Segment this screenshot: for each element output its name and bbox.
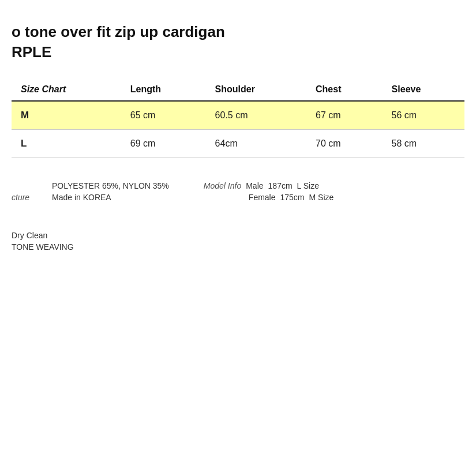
measurement-cell: 56 cm: [383, 101, 464, 130]
product-color: RPLE: [12, 43, 464, 61]
product-title: o tone over fit zip up cardigan: [12, 23, 464, 41]
measurement-cell: 60.5 cm: [206, 101, 306, 130]
size-cell: L: [12, 130, 121, 158]
measurement-cell: 65 cm: [121, 101, 206, 130]
table-row: L69 cm64cm70 cm58 cm: [12, 130, 464, 158]
size-table: Size Chart Length Shoulder Chest Sleeve …: [12, 78, 464, 158]
model-male-height: 187cm: [268, 181, 293, 190]
col-chest: Chest: [306, 78, 383, 101]
model-female-height: 175cm: [280, 193, 305, 202]
manufacture-label: cture: [12, 193, 46, 202]
model-row-male: Model Info Male 187cm L Size: [204, 181, 334, 190]
measurement-cell: 69 cm: [121, 130, 206, 158]
measurement-cell: 67 cm: [306, 101, 383, 130]
page-container: o tone over fit zip up cardigan RPLE Siz…: [0, 0, 476, 476]
model-male-gender: Male: [246, 181, 263, 190]
model-male-size: L Size: [297, 181, 319, 190]
manufacture-value: Made in KOREA: [52, 193, 111, 202]
table-row: M65 cm60.5 cm67 cm56 cm: [12, 101, 464, 130]
material-section: POLYESTER 65%, NYLON 35% cture Made in K…: [12, 181, 169, 202]
material-label: [12, 181, 46, 190]
care-item: TONE WEAVING: [12, 242, 464, 252]
material-value: POLYESTER 65%, NYLON 35%: [52, 181, 169, 190]
col-shoulder: Shoulder: [206, 78, 306, 101]
size-chart-container: Size Chart Length Shoulder Chest Sleeve …: [12, 78, 464, 158]
manufacture-row: cture Made in KOREA: [12, 193, 169, 202]
col-sleeve: Sleeve: [383, 78, 464, 101]
size-cell: M: [12, 101, 121, 130]
model-female-size: M Size: [309, 193, 334, 202]
material-row: POLYESTER 65%, NYLON 35%: [12, 181, 169, 190]
measurement-cell: 58 cm: [383, 130, 464, 158]
care-section: Dry CleanTONE WEAVING: [12, 231, 464, 252]
table-header-row: Size Chart Length Shoulder Chest Sleeve: [12, 78, 464, 101]
model-row-female: Female 175cm M Size: [204, 193, 334, 202]
measurement-cell: 64cm: [206, 130, 306, 158]
measurement-cell: 70 cm: [306, 130, 383, 158]
model-section: Model Info Male 187cm L Size Female 175c…: [204, 181, 334, 202]
model-info-label-empty: [204, 193, 244, 202]
col-length: Length: [121, 78, 206, 101]
care-item: Dry Clean: [12, 231, 464, 240]
model-female-gender: Female: [249, 193, 276, 202]
model-info-label: Model Info: [204, 181, 241, 190]
col-size-chart: Size Chart: [12, 78, 121, 101]
info-section: POLYESTER 65%, NYLON 35% cture Made in K…: [12, 175, 464, 202]
